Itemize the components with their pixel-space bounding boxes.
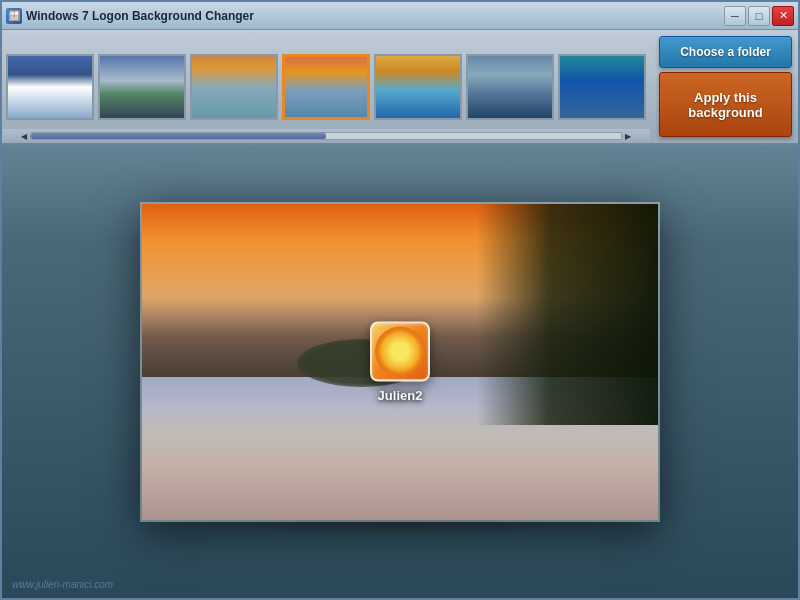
thumbnails-row: [6, 54, 649, 120]
thumbnail-scrollbar[interactable]: ◀ ▶: [2, 129, 650, 143]
maximize-button[interactable]: □: [748, 6, 770, 26]
user-icon-area: Julien2: [370, 321, 430, 402]
minimize-button[interactable]: ─: [724, 6, 746, 26]
thumbnail-strip: [2, 30, 653, 143]
thumbnail-3[interactable]: [190, 54, 278, 120]
thumbnail-1[interactable]: [6, 54, 94, 120]
thumbnail-4[interactable]: [282, 54, 370, 120]
close-button[interactable]: ✕: [772, 6, 794, 26]
thumbnail-5[interactable]: [374, 54, 462, 120]
avatar-flower: [375, 326, 425, 376]
app-icon: 🪟: [6, 8, 22, 24]
title-bar: 🪟 Windows 7 Logon Background Changer ─ □…: [2, 2, 798, 30]
scrollbar-thumb[interactable]: [31, 133, 326, 139]
scroll-right-arrow[interactable]: ▶: [622, 130, 634, 142]
scrollbar-track[interactable]: [30, 132, 622, 140]
window-title: Windows 7 Logon Background Changer: [26, 9, 724, 23]
toolbar: Choose a folder Apply this background ◀ …: [2, 30, 798, 145]
thumbnail-2[interactable]: [98, 54, 186, 120]
apply-background-button[interactable]: Apply this background: [659, 72, 792, 137]
preview-background: Julien2: [142, 204, 658, 520]
choose-folder-button[interactable]: Choose a folder: [659, 36, 792, 68]
right-panel: Choose a folder Apply this background: [653, 30, 798, 143]
scroll-left-arrow[interactable]: ◀: [18, 130, 30, 142]
main-content: Julien2 www.julien-manici.com: [2, 145, 798, 598]
thumbnail-7[interactable]: [558, 54, 646, 120]
username-label: Julien2: [378, 387, 423, 402]
user-avatar: [370, 321, 430, 381]
website-footer: www.julien-manici.com: [12, 579, 113, 590]
window-controls: ─ □ ✕: [724, 6, 794, 26]
preview-trees: [477, 204, 658, 425]
thumbnail-6[interactable]: [466, 54, 554, 120]
preview-window: Julien2: [140, 202, 660, 522]
